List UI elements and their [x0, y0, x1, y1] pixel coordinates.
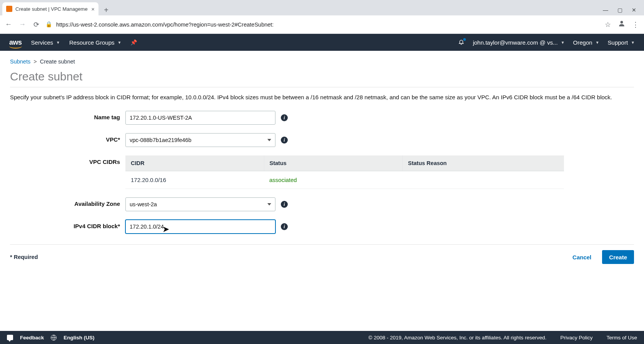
vpc-cidrs-label: VPC CIDRs [10, 155, 125, 165]
form-footer: * Required Cancel Create [10, 244, 634, 264]
cell-reason [402, 171, 564, 189]
nav-user[interactable]: john.taylor@vmware.com @ vs... ▼ [473, 39, 564, 46]
star-icon[interactable]: ☆ [603, 20, 612, 29]
browser-tab[interactable]: Create subnet | VPC Manageme × [2, 2, 98, 15]
divider [10, 87, 634, 87]
name-tag-label: Name tag [10, 111, 125, 120]
vpc-select[interactable]: vpc-088b7b1ae219fe46b [125, 133, 275, 147]
name-tag-input[interactable] [125, 111, 275, 125]
tab-title: Create subnet | VPC Manageme [15, 6, 88, 12]
cancel-button[interactable]: Cancel [566, 250, 598, 264]
new-tab-button[interactable]: + [101, 5, 112, 15]
th-reason: Status Reason [402, 155, 564, 171]
cell-status: associated [264, 171, 402, 189]
profile-icon[interactable] [617, 20, 626, 29]
create-subnet-form: Name tag i VPC* vpc-088b7b1ae219fe46b i … [10, 111, 634, 234]
maximize-icon[interactable]: ▢ [617, 7, 622, 13]
info-icon[interactable]: i [281, 201, 288, 208]
create-button[interactable]: Create [602, 250, 634, 264]
nav-support[interactable]: Support ▼ [608, 39, 635, 46]
tab-strip: Create subnet | VPC Manageme × + — ▢ ✕ [0, 0, 644, 15]
feedback-link[interactable]: Feedback [20, 335, 44, 341]
bottom-bar: Feedback English (US) © 2008 - 2019, Ama… [0, 331, 644, 344]
breadcrumb-sep: > [33, 58, 37, 65]
breadcrumb: Subnets > Create subnet [10, 58, 634, 65]
page-content: Subnets > Create subnet Create subnet Sp… [0, 51, 644, 264]
chevron-down-icon: ▼ [631, 40, 635, 45]
nav-region-label: Oregon [573, 39, 592, 46]
az-select[interactable]: us-west-2a [125, 197, 275, 211]
chevron-down-icon [267, 139, 271, 141]
required-note: * Required [10, 254, 38, 260]
forward-button[interactable]: → [18, 20, 27, 28]
az-label: Availability Zone [10, 197, 125, 207]
minimize-icon[interactable]: — [603, 7, 608, 13]
lock-icon: 🔒 [45, 21, 52, 28]
nav-region[interactable]: Oregon ▼ [573, 39, 599, 46]
vpc-cidr-table: CIDR Status Status Reason 172.20.0.0/16 … [125, 155, 564, 189]
copyright-text: © 2008 - 2019, Amazon Web Services, Inc.… [369, 335, 547, 341]
info-icon[interactable]: i [281, 137, 288, 144]
nav-resource-groups[interactable]: Resource Groups ▼ [69, 39, 121, 46]
page-description: Specify your subnet's IP address block i… [10, 93, 634, 102]
nav-services-label: Services [31, 39, 53, 46]
close-window-icon[interactable]: ✕ [632, 7, 636, 13]
notifications-icon[interactable] [458, 39, 464, 46]
language-selector[interactable]: English (US) [63, 335, 94, 341]
reload-button[interactable]: ⟳ [32, 20, 41, 29]
az-select-value: us-west-2a [130, 201, 157, 207]
window-controls: — ▢ ✕ [603, 7, 642, 15]
svg-point-0 [621, 21, 623, 23]
browser-chrome: Create subnet | VPC Manageme × + — ▢ ✕ ←… [0, 0, 644, 34]
ipv4-cidr-input[interactable] [125, 220, 275, 234]
breadcrumb-current: Create subnet [40, 58, 75, 65]
aws-top-nav: aws Services ▼ Resource Groups ▼ 📌 john.… [0, 34, 644, 51]
back-button[interactable]: ← [4, 20, 13, 28]
nav-user-label: john.taylor@vmware.com @ vs... [473, 39, 558, 46]
chevron-down-icon: ▼ [561, 40, 565, 45]
vpc-select-value: vpc-088b7b1ae219fe46b [130, 137, 191, 143]
cell-cidr: 172.20.0.0/16 [125, 171, 264, 189]
feedback-icon [7, 335, 13, 340]
url-text: https://us-west-2.console.aws.amazon.com… [56, 22, 274, 28]
info-icon[interactable]: i [281, 223, 288, 230]
favicon-icon [6, 6, 12, 12]
nav-support-label: Support [608, 39, 628, 46]
pin-icon[interactable]: 📌 [130, 39, 137, 45]
th-cidr: CIDR [125, 155, 264, 171]
aws-logo[interactable]: aws [9, 38, 22, 46]
ipv4-label: IPv4 CIDR block* [10, 220, 125, 229]
page-title: Create subnet [10, 70, 634, 83]
privacy-link[interactable]: Privacy Policy [560, 335, 592, 341]
breadcrumb-subnets[interactable]: Subnets [10, 58, 30, 65]
nav-services[interactable]: Services ▼ [31, 39, 60, 46]
nav-resource-groups-label: Resource Groups [69, 39, 115, 46]
close-tab-icon[interactable]: × [91, 6, 95, 12]
info-icon[interactable]: i [281, 114, 288, 121]
chevron-down-icon: ▼ [596, 40, 599, 45]
menu-icon[interactable]: ⋮ [631, 20, 640, 29]
terms-link[interactable]: Terms of Use [606, 335, 637, 341]
notification-dot-icon [463, 38, 466, 41]
chevron-down-icon: ▼ [56, 40, 60, 45]
chevron-down-icon [267, 203, 271, 205]
toolbar: ← → ⟳ 🔒 https://us-west-2.console.aws.am… [0, 15, 644, 34]
table-row: 172.20.0.0/16 associated [125, 171, 564, 189]
th-status: Status [264, 155, 402, 171]
chevron-down-icon: ▼ [118, 40, 122, 45]
address-bar[interactable]: 🔒 https://us-west-2.console.aws.amazon.c… [45, 21, 599, 28]
globe-icon [51, 335, 57, 341]
vpc-label: VPC* [10, 133, 125, 143]
